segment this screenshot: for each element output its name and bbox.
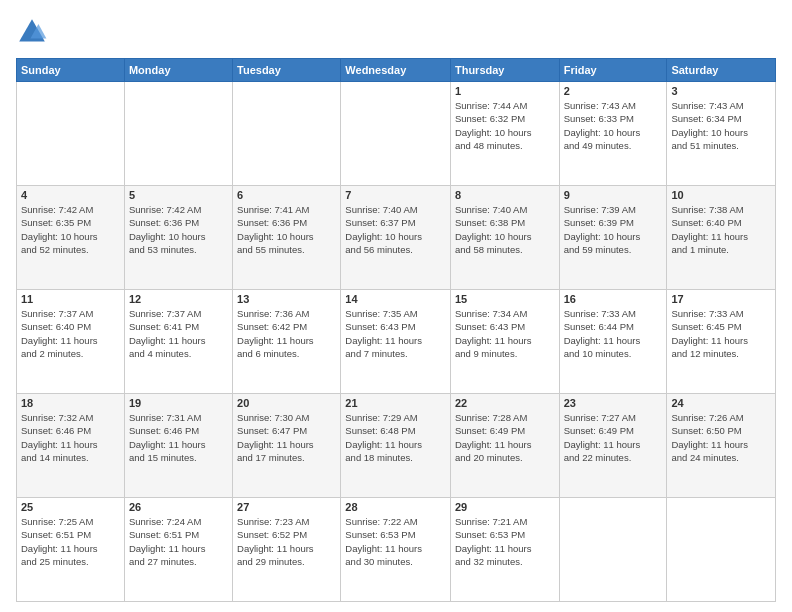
calendar-cell: 13Sunrise: 7:36 AM Sunset: 6:42 PM Dayli… — [233, 290, 341, 394]
day-info: Sunrise: 7:29 AM Sunset: 6:48 PM Dayligh… — [345, 411, 446, 464]
day-number: 21 — [345, 397, 446, 409]
calendar-cell: 12Sunrise: 7:37 AM Sunset: 6:41 PM Dayli… — [124, 290, 232, 394]
calendar-table: SundayMondayTuesdayWednesdayThursdayFrid… — [16, 58, 776, 602]
calendar-cell: 28Sunrise: 7:22 AM Sunset: 6:53 PM Dayli… — [341, 498, 451, 602]
calendar-cell — [559, 498, 667, 602]
calendar-week-4: 18Sunrise: 7:32 AM Sunset: 6:46 PM Dayli… — [17, 394, 776, 498]
calendar-cell: 26Sunrise: 7:24 AM Sunset: 6:51 PM Dayli… — [124, 498, 232, 602]
day-info: Sunrise: 7:36 AM Sunset: 6:42 PM Dayligh… — [237, 307, 336, 360]
day-number: 1 — [455, 85, 555, 97]
calendar-cell: 14Sunrise: 7:35 AM Sunset: 6:43 PM Dayli… — [341, 290, 451, 394]
weekday-tuesday: Tuesday — [233, 59, 341, 82]
day-info: Sunrise: 7:34 AM Sunset: 6:43 PM Dayligh… — [455, 307, 555, 360]
calendar-week-5: 25Sunrise: 7:25 AM Sunset: 6:51 PM Dayli… — [17, 498, 776, 602]
day-info: Sunrise: 7:43 AM Sunset: 6:34 PM Dayligh… — [671, 99, 771, 152]
day-number: 2 — [564, 85, 663, 97]
day-number: 18 — [21, 397, 120, 409]
day-info: Sunrise: 7:33 AM Sunset: 6:45 PM Dayligh… — [671, 307, 771, 360]
day-number: 8 — [455, 189, 555, 201]
calendar-cell: 18Sunrise: 7:32 AM Sunset: 6:46 PM Dayli… — [17, 394, 125, 498]
day-info: Sunrise: 7:38 AM Sunset: 6:40 PM Dayligh… — [671, 203, 771, 256]
day-info: Sunrise: 7:28 AM Sunset: 6:49 PM Dayligh… — [455, 411, 555, 464]
calendar-cell — [124, 82, 232, 186]
calendar-cell: 11Sunrise: 7:37 AM Sunset: 6:40 PM Dayli… — [17, 290, 125, 394]
day-info: Sunrise: 7:21 AM Sunset: 6:53 PM Dayligh… — [455, 515, 555, 568]
day-info: Sunrise: 7:40 AM Sunset: 6:38 PM Dayligh… — [455, 203, 555, 256]
calendar-cell: 23Sunrise: 7:27 AM Sunset: 6:49 PM Dayli… — [559, 394, 667, 498]
day-info: Sunrise: 7:37 AM Sunset: 6:40 PM Dayligh… — [21, 307, 120, 360]
calendar-week-2: 4Sunrise: 7:42 AM Sunset: 6:35 PM Daylig… — [17, 186, 776, 290]
day-info: Sunrise: 7:30 AM Sunset: 6:47 PM Dayligh… — [237, 411, 336, 464]
calendar-cell: 25Sunrise: 7:25 AM Sunset: 6:51 PM Dayli… — [17, 498, 125, 602]
calendar-cell: 3Sunrise: 7:43 AM Sunset: 6:34 PM Daylig… — [667, 82, 776, 186]
calendar-cell: 17Sunrise: 7:33 AM Sunset: 6:45 PM Dayli… — [667, 290, 776, 394]
day-info: Sunrise: 7:31 AM Sunset: 6:46 PM Dayligh… — [129, 411, 228, 464]
logo-icon — [16, 16, 48, 48]
calendar-cell — [233, 82, 341, 186]
day-number: 24 — [671, 397, 771, 409]
day-info: Sunrise: 7:25 AM Sunset: 6:51 PM Dayligh… — [21, 515, 120, 568]
calendar-cell — [667, 498, 776, 602]
day-number: 20 — [237, 397, 336, 409]
logo — [16, 16, 52, 48]
day-info: Sunrise: 7:32 AM Sunset: 6:46 PM Dayligh… — [21, 411, 120, 464]
day-info: Sunrise: 7:40 AM Sunset: 6:37 PM Dayligh… — [345, 203, 446, 256]
calendar-cell: 15Sunrise: 7:34 AM Sunset: 6:43 PM Dayli… — [450, 290, 559, 394]
day-number: 26 — [129, 501, 228, 513]
day-info: Sunrise: 7:44 AM Sunset: 6:32 PM Dayligh… — [455, 99, 555, 152]
calendar-cell: 4Sunrise: 7:42 AM Sunset: 6:35 PM Daylig… — [17, 186, 125, 290]
weekday-wednesday: Wednesday — [341, 59, 451, 82]
weekday-saturday: Saturday — [667, 59, 776, 82]
calendar-cell: 10Sunrise: 7:38 AM Sunset: 6:40 PM Dayli… — [667, 186, 776, 290]
day-number: 6 — [237, 189, 336, 201]
day-number: 28 — [345, 501, 446, 513]
day-number: 15 — [455, 293, 555, 305]
day-number: 16 — [564, 293, 663, 305]
day-info: Sunrise: 7:35 AM Sunset: 6:43 PM Dayligh… — [345, 307, 446, 360]
calendar-cell — [341, 82, 451, 186]
day-info: Sunrise: 7:42 AM Sunset: 6:36 PM Dayligh… — [129, 203, 228, 256]
day-number: 22 — [455, 397, 555, 409]
day-number: 17 — [671, 293, 771, 305]
weekday-thursday: Thursday — [450, 59, 559, 82]
day-number: 12 — [129, 293, 228, 305]
day-info: Sunrise: 7:41 AM Sunset: 6:36 PM Dayligh… — [237, 203, 336, 256]
calendar-cell — [17, 82, 125, 186]
day-number: 13 — [237, 293, 336, 305]
weekday-monday: Monday — [124, 59, 232, 82]
calendar-cell: 8Sunrise: 7:40 AM Sunset: 6:38 PM Daylig… — [450, 186, 559, 290]
day-info: Sunrise: 7:27 AM Sunset: 6:49 PM Dayligh… — [564, 411, 663, 464]
calendar-week-1: 1Sunrise: 7:44 AM Sunset: 6:32 PM Daylig… — [17, 82, 776, 186]
day-number: 5 — [129, 189, 228, 201]
calendar-cell: 9Sunrise: 7:39 AM Sunset: 6:39 PM Daylig… — [559, 186, 667, 290]
calendar-cell: 24Sunrise: 7:26 AM Sunset: 6:50 PM Dayli… — [667, 394, 776, 498]
day-info: Sunrise: 7:43 AM Sunset: 6:33 PM Dayligh… — [564, 99, 663, 152]
calendar-cell: 29Sunrise: 7:21 AM Sunset: 6:53 PM Dayli… — [450, 498, 559, 602]
day-info: Sunrise: 7:39 AM Sunset: 6:39 PM Dayligh… — [564, 203, 663, 256]
page: SundayMondayTuesdayWednesdayThursdayFrid… — [0, 0, 792, 612]
calendar-cell: 20Sunrise: 7:30 AM Sunset: 6:47 PM Dayli… — [233, 394, 341, 498]
day-info: Sunrise: 7:37 AM Sunset: 6:41 PM Dayligh… — [129, 307, 228, 360]
day-info: Sunrise: 7:33 AM Sunset: 6:44 PM Dayligh… — [564, 307, 663, 360]
day-number: 7 — [345, 189, 446, 201]
day-number: 10 — [671, 189, 771, 201]
day-info: Sunrise: 7:26 AM Sunset: 6:50 PM Dayligh… — [671, 411, 771, 464]
day-info: Sunrise: 7:23 AM Sunset: 6:52 PM Dayligh… — [237, 515, 336, 568]
day-number: 29 — [455, 501, 555, 513]
calendar-cell: 7Sunrise: 7:40 AM Sunset: 6:37 PM Daylig… — [341, 186, 451, 290]
header — [16, 16, 776, 48]
weekday-header-row: SundayMondayTuesdayWednesdayThursdayFrid… — [17, 59, 776, 82]
calendar-cell: 22Sunrise: 7:28 AM Sunset: 6:49 PM Dayli… — [450, 394, 559, 498]
day-number: 23 — [564, 397, 663, 409]
calendar-week-3: 11Sunrise: 7:37 AM Sunset: 6:40 PM Dayli… — [17, 290, 776, 394]
day-number: 27 — [237, 501, 336, 513]
calendar-cell: 21Sunrise: 7:29 AM Sunset: 6:48 PM Dayli… — [341, 394, 451, 498]
weekday-sunday: Sunday — [17, 59, 125, 82]
day-number: 14 — [345, 293, 446, 305]
day-info: Sunrise: 7:42 AM Sunset: 6:35 PM Dayligh… — [21, 203, 120, 256]
day-number: 25 — [21, 501, 120, 513]
day-number: 11 — [21, 293, 120, 305]
weekday-friday: Friday — [559, 59, 667, 82]
calendar-cell: 16Sunrise: 7:33 AM Sunset: 6:44 PM Dayli… — [559, 290, 667, 394]
calendar-cell: 27Sunrise: 7:23 AM Sunset: 6:52 PM Dayli… — [233, 498, 341, 602]
